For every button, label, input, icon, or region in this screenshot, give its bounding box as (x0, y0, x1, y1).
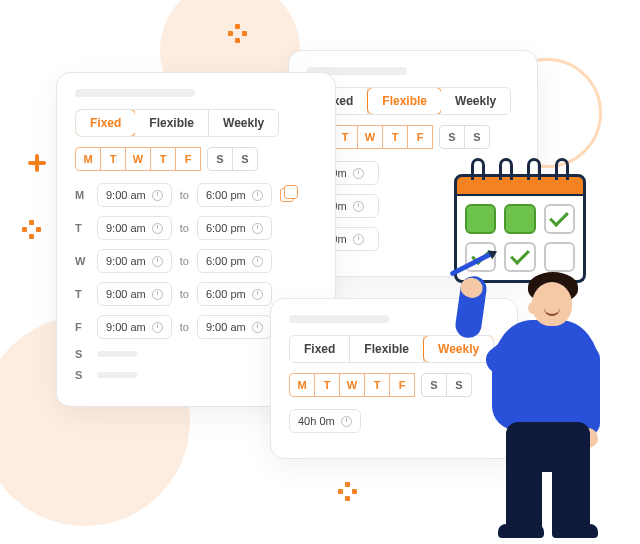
day-t[interactable]: T (314, 373, 340, 397)
start-time-input[interactable]: 9:00 am (97, 216, 172, 240)
plus-icon (28, 154, 46, 172)
start-time-input[interactable]: 9:00 am (97, 183, 172, 207)
tab-fixed[interactable]: Fixed (75, 109, 136, 137)
day-s[interactable]: S (207, 147, 233, 171)
day-s2[interactable]: S (464, 125, 490, 149)
clock-icon (152, 223, 163, 234)
to-label: to (180, 321, 189, 333)
day-s[interactable]: S (421, 373, 447, 397)
end-time-input[interactable]: 6:00 pm (197, 249, 272, 273)
day-s2[interactable]: S (232, 147, 258, 171)
day-m[interactable]: M (75, 147, 101, 171)
copy-icon[interactable] (280, 188, 294, 202)
day-selector[interactable]: M T W T F S S (307, 125, 519, 149)
day-t2[interactable]: T (150, 147, 176, 171)
end-time-input[interactable]: 6:00 pm (197, 183, 272, 207)
end-time-input[interactable]: 9:00 am (197, 315, 272, 339)
end-time-input[interactable]: 6:00 pm (197, 216, 272, 240)
day-s[interactable]: S (439, 125, 465, 149)
tab-flexible[interactable]: Flexible (367, 87, 442, 115)
tab-weekly[interactable]: Weekly (441, 88, 510, 114)
day-w[interactable]: W (357, 125, 383, 149)
tab-fixed[interactable]: Fixed (290, 336, 350, 362)
day-f[interactable]: F (407, 125, 433, 149)
schedule-row: W9:00 amto6:00 pm (75, 249, 317, 273)
day-selector[interactable]: M T W T F S S (75, 147, 317, 171)
clock-icon (252, 190, 263, 201)
tab-weekly[interactable]: Weekly (209, 110, 278, 136)
clock-icon (152, 190, 163, 201)
clock-icon (252, 289, 263, 300)
day-label: M (75, 189, 89, 201)
clock-icon (152, 322, 163, 333)
to-label: to (180, 288, 189, 300)
day-w[interactable]: W (125, 147, 151, 171)
start-time-input[interactable]: 9:00 am (97, 249, 172, 273)
day-t2[interactable]: T (364, 373, 390, 397)
clock-icon (353, 234, 364, 245)
day-f[interactable]: F (175, 147, 201, 171)
day-m[interactable]: M (289, 373, 315, 397)
start-time-input[interactable]: 9:00 am (97, 282, 172, 306)
tab-flexible[interactable]: Flexible (350, 336, 424, 362)
schedule-row: T9:00 amto6:00 pm (75, 216, 317, 240)
day-label: F (75, 321, 89, 333)
clock-icon (341, 416, 352, 427)
skeleton-line (289, 315, 389, 323)
end-time-input[interactable]: 6:00 pm (197, 282, 272, 306)
to-label: to (180, 189, 189, 201)
clock-icon (252, 322, 263, 333)
clock-icon (152, 289, 163, 300)
clock-icon (152, 256, 163, 267)
day-t[interactable]: T (100, 147, 126, 171)
sparkle-icon (338, 482, 356, 500)
schedule-type-tabs[interactable]: Fixed Flexible Weekly (75, 109, 279, 137)
tab-flexible[interactable]: Flexible (135, 110, 209, 136)
to-label: to (180, 222, 189, 234)
clock-icon (252, 223, 263, 234)
day-f[interactable]: F (389, 373, 415, 397)
start-time-input[interactable]: 9:00 am (97, 315, 172, 339)
day-t2[interactable]: T (382, 125, 408, 149)
schedule-row: M9:00 amto6:00 pm (75, 183, 317, 207)
sparkle-icon (22, 220, 40, 238)
to-label: to (180, 255, 189, 267)
duration-input[interactable]: 40h 0m (289, 409, 361, 433)
clock-icon (353, 201, 364, 212)
clock-icon (252, 256, 263, 267)
day-w[interactable]: W (339, 373, 365, 397)
clock-icon (353, 168, 364, 179)
sparkle-icon (228, 24, 246, 42)
day-label: W (75, 255, 89, 267)
day-label: T (75, 288, 89, 300)
day-label: T (75, 222, 89, 234)
skeleton-line (75, 89, 195, 97)
schedule-type-tabs[interactable]: Fixed Flexible Weekly (307, 87, 511, 115)
person-illustration (456, 262, 616, 542)
